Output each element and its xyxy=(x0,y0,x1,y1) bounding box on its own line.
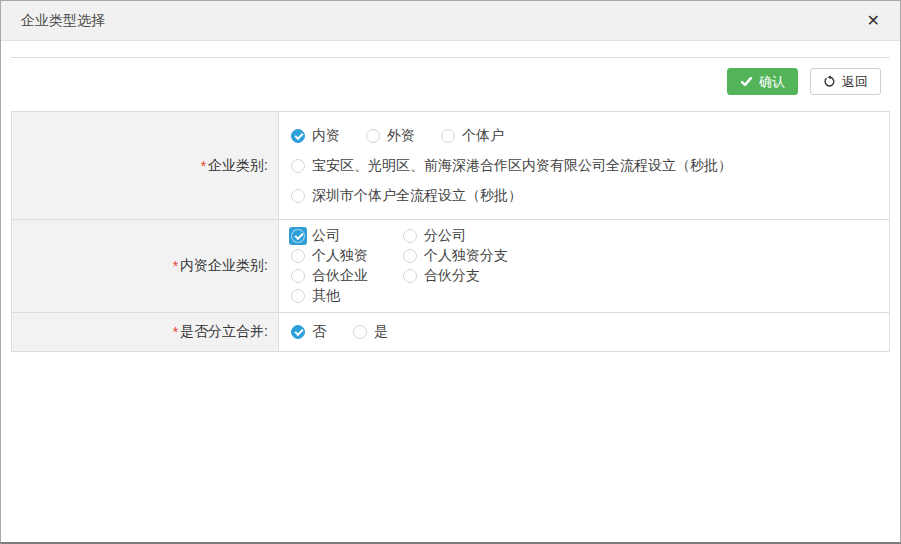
confirm-button[interactable]: 确认 xyxy=(727,68,798,95)
required-asterisk: * xyxy=(173,258,178,274)
required-asterisk: * xyxy=(173,324,178,340)
radio-option[interactable]: 外资 xyxy=(364,127,439,145)
form-table: *企业类别:内资外资个体户宝安区、光明区、前海深港合作区内资有限公司全流程设立（… xyxy=(11,111,890,352)
option-line: 其他 xyxy=(289,286,889,306)
radio-icon[interactable] xyxy=(401,247,419,265)
radio-unchecked-icon xyxy=(291,189,305,203)
radio-icon[interactable] xyxy=(401,227,419,245)
row-options: 内资外资个体户宝安区、光明区、前海深港合作区内资有限公司全流程设立（秒批）深圳市… xyxy=(279,112,889,219)
radio-option-label: 外资 xyxy=(387,127,415,145)
radio-icon[interactable] xyxy=(289,157,307,175)
radio-icon[interactable] xyxy=(351,323,369,341)
radio-icon[interactable] xyxy=(289,227,307,245)
required-asterisk: * xyxy=(201,158,206,174)
radio-option[interactable]: 个人独资分支 xyxy=(401,247,513,265)
radio-option-label: 深圳市个体户全流程设立（秒批） xyxy=(312,187,522,205)
undo-icon xyxy=(823,75,836,88)
radio-option[interactable]: 否 xyxy=(289,323,351,341)
radio-option-label: 个人独资分支 xyxy=(424,247,508,265)
radio-unchecked-icon xyxy=(441,129,455,143)
option-line: 内资外资个体户 xyxy=(289,121,889,151)
dialog-title: 企业类型选择 xyxy=(21,12,105,30)
back-button-label: 返回 xyxy=(842,73,868,91)
option-line: 个人独资个人独资分支 xyxy=(289,246,889,266)
radio-icon[interactable] xyxy=(289,267,307,285)
radio-icon[interactable] xyxy=(364,127,382,145)
radio-option[interactable]: 个人独资 xyxy=(289,247,401,265)
radio-unchecked-icon xyxy=(291,269,305,283)
option-line: 合伙企业合伙分支 xyxy=(289,266,889,286)
row-label: *企业类别: xyxy=(12,112,279,219)
row-label: *是否分立合并: xyxy=(12,313,279,351)
row-options: 公司分公司个人独资个人独资分支合伙企业合伙分支其他 xyxy=(279,220,889,312)
radio-icon[interactable] xyxy=(289,127,307,145)
radio-option[interactable]: 分公司 xyxy=(401,227,513,245)
radio-checked-icon xyxy=(291,229,305,243)
radio-icon[interactable] xyxy=(401,267,419,285)
radio-unchecked-icon xyxy=(403,229,417,243)
radio-option[interactable]: 合伙分支 xyxy=(401,267,513,285)
close-icon[interactable]: ✕ xyxy=(867,13,880,29)
radio-checked-icon xyxy=(291,129,305,143)
radio-option[interactable]: 宝安区、光明区、前海深港合作区内资有限公司全流程设立（秒批） xyxy=(289,157,732,175)
radio-option-label: 分公司 xyxy=(424,227,466,245)
radio-option[interactable]: 个体户 xyxy=(439,127,514,145)
radio-option-label: 公司 xyxy=(312,227,340,245)
option-line: 否是 xyxy=(289,320,889,344)
radio-unchecked-icon xyxy=(291,289,305,303)
row-label: *内资企业类别: xyxy=(12,220,279,312)
radio-icon[interactable] xyxy=(289,187,307,205)
option-line: 深圳市个体户全流程设立（秒批） xyxy=(289,181,889,211)
radio-unchecked-icon xyxy=(403,249,417,263)
radio-checked-icon xyxy=(291,325,305,339)
radio-option[interactable]: 其他 xyxy=(289,287,401,305)
radio-icon[interactable] xyxy=(289,247,307,265)
radio-icon[interactable] xyxy=(439,127,457,145)
radio-unchecked-icon xyxy=(366,129,380,143)
check-icon xyxy=(740,75,753,88)
radio-option[interactable]: 是 xyxy=(351,323,413,341)
radio-unchecked-icon xyxy=(353,325,367,339)
radio-unchecked-icon xyxy=(291,249,305,263)
radio-option-label: 个体户 xyxy=(462,127,504,145)
radio-option[interactable]: 合伙企业 xyxy=(289,267,401,285)
radio-option-label: 内资 xyxy=(312,127,340,145)
confirm-button-label: 确认 xyxy=(759,73,785,91)
radio-option[interactable]: 内资 xyxy=(289,127,364,145)
dialog-header: 企业类型选择 ✕ xyxy=(1,1,900,41)
radio-unchecked-icon xyxy=(291,159,305,173)
radio-icon[interactable] xyxy=(289,323,307,341)
radio-option[interactable]: 公司 xyxy=(289,227,401,245)
radio-option-label: 个人独资 xyxy=(312,247,368,265)
radio-option-label: 合伙企业 xyxy=(312,267,368,285)
radio-option-label: 合伙分支 xyxy=(424,267,480,285)
form-row: *内资企业类别:公司分公司个人独资个人独资分支合伙企业合伙分支其他 xyxy=(12,219,889,312)
option-line: 宝安区、光明区、前海深港合作区内资有限公司全流程设立（秒批） xyxy=(289,151,889,181)
back-button[interactable]: 返回 xyxy=(810,68,881,95)
radio-option[interactable]: 深圳市个体户全流程设立（秒批） xyxy=(289,187,522,205)
radio-option-label: 宝安区、光明区、前海深港合作区内资有限公司全流程设立（秒批） xyxy=(312,157,732,175)
radio-unchecked-icon xyxy=(403,269,417,283)
radio-option-label: 是 xyxy=(374,323,388,341)
enterprise-type-dialog: { "dialog": { "title": "企业类型选择", "close_… xyxy=(0,0,901,544)
radio-icon[interactable] xyxy=(289,287,307,305)
form-row: *企业类别:内资外资个体户宝安区、光明区、前海深港合作区内资有限公司全流程设立（… xyxy=(12,112,889,219)
row-options: 否是 xyxy=(279,313,889,351)
radio-option-label: 其他 xyxy=(312,287,340,305)
toolbar: 确认 返回 xyxy=(1,58,900,95)
option-line: 公司分公司 xyxy=(289,226,889,246)
radio-option-label: 否 xyxy=(312,323,326,341)
form-row: *是否分立合并:否是 xyxy=(12,312,889,351)
